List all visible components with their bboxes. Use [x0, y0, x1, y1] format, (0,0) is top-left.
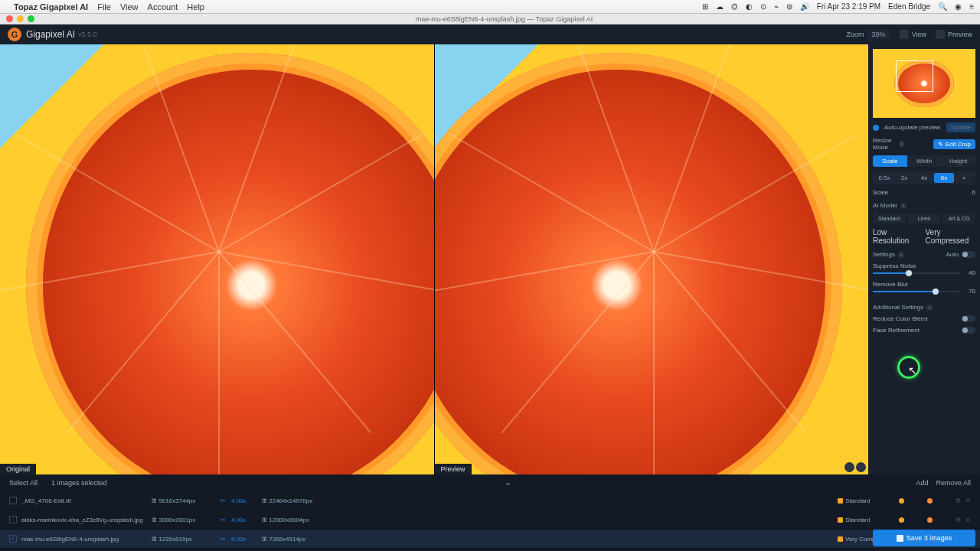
image-row[interactable]: _MG_4766-Edit.tif ⊞ 5616x3744px ✂ 4.00x … — [0, 491, 980, 510]
reduce-color-bleed-label: Reduce Color Bleed — [873, 315, 959, 322]
model-standard[interactable]: Standard — [873, 214, 906, 223]
factor-4x[interactable]: 4x — [914, 173, 934, 183]
crop-icon[interactable]: ✂ — [220, 517, 231, 523]
document-title: mae-mu-e6S8igEN6-4-unsplash.jpg — Topaz … — [416, 15, 593, 23]
row-checkbox[interactable]: ✓ — [9, 535, 17, 543]
tab-scale[interactable]: Scale — [873, 155, 907, 167]
status-icon: ⊞ — [702, 2, 708, 11]
face-refinement-switch[interactable] — [962, 327, 975, 334]
view-icon — [900, 30, 909, 39]
canvas-tool-icon[interactable] — [856, 462, 866, 472]
model-lowres[interactable]: Low Resolution — [873, 228, 923, 245]
row-checkbox[interactable] — [9, 516, 17, 523]
row-remove-icon[interactable]: ✕ — [965, 517, 971, 523]
edit-crop-button[interactable]: ✎ Edit Crop — [933, 139, 975, 149]
preview-control[interactable]: Preview — [936, 30, 972, 39]
wifi-icon[interactable]: ⊚ — [786, 2, 792, 11]
suppress-noise-value: 40 — [963, 269, 975, 276]
image-row[interactable]: ✓ mae-mu-e6S8igEN6-4-unsplash.jpg ⊞ 1228… — [0, 530, 980, 549]
add-button[interactable]: Add — [916, 479, 928, 487]
menu-account[interactable]: Account — [148, 2, 178, 11]
tab-height[interactable]: Height — [941, 155, 975, 167]
search-icon[interactable]: 🔍 — [938, 2, 947, 11]
row-filename: mae-mu-e6S8igEN6-4-unsplash.jpg — [21, 536, 152, 543]
scale-factors[interactable]: 0.5x 2x 4x 6x × — [873, 171, 975, 184]
model-artcg[interactable]: Art & CG — [942, 214, 975, 223]
row-settings-icon[interactable]: ⚙ — [956, 497, 961, 504]
crop-icon[interactable]: ✂ — [220, 536, 231, 543]
minimize-window-icon[interactable] — [17, 15, 24, 22]
row-remove-icon[interactable]: ✕ — [965, 497, 971, 504]
view-control[interactable]: View — [900, 30, 926, 39]
volume-icon[interactable]: 🔊 — [800, 2, 809, 11]
app-name: Gigapixel AI — [26, 29, 75, 40]
view-label: View — [912, 31, 926, 38]
row-settings-icon[interactable]: ⚙ — [956, 517, 961, 523]
info-icon[interactable]: i — [899, 141, 905, 147]
factor-custom[interactable]: × — [954, 173, 974, 183]
info-icon[interactable]: i — [900, 203, 906, 209]
row-checkbox[interactable] — [9, 497, 17, 504]
crop-icon[interactable]: ✂ — [220, 497, 231, 504]
info-icon[interactable]: i — [926, 305, 933, 311]
model-row2: Low Resolution Very Compressed — [873, 228, 975, 245]
mac-menubar: Topaz Gigapixel AI File View Account Hel… — [0, 0, 980, 14]
auto-update-toggle[interactable] — [873, 125, 879, 131]
zoom-control[interactable]: Zoom 39% — [847, 30, 890, 39]
resize-mode-label: Resize Mode — [873, 137, 896, 151]
auto-update-label: Auto-update preview — [884, 124, 943, 131]
collapse-chevron-icon[interactable]: ⌄ — [505, 478, 511, 487]
model-verycompressed[interactable]: Very Compressed — [926, 228, 976, 245]
suppress-noise-slider[interactable]: 40 — [873, 269, 975, 276]
tab-width[interactable]: Width — [907, 155, 942, 167]
image-row[interactable]: aleks-marinkovic-kha_zZ3c8Vg-unsplash.jp… — [0, 510, 980, 530]
factor-0.5x[interactable]: 0.5x — [874, 173, 894, 183]
comparison-canvas[interactable]: Original Preview — [0, 44, 868, 474]
select-all-button[interactable]: Select All — [9, 479, 38, 487]
disk-icon — [897, 535, 903, 542]
update-button[interactable]: Update — [946, 122, 975, 132]
remove-blur-value: 70 — [963, 288, 975, 295]
app-logo-icon: G — [8, 28, 21, 41]
factor-2x[interactable]: 2x — [894, 173, 914, 183]
navigator-roi[interactable] — [896, 60, 933, 92]
remove-blur-slider[interactable]: 70 — [873, 288, 975, 295]
model-lines[interactable]: Lines — [908, 214, 941, 223]
maximize-window-icon[interactable] — [28, 15, 34, 22]
navigator-thumbnail[interactable] — [873, 49, 975, 118]
settings-label: Settings — [873, 251, 895, 258]
original-badge: Original — [0, 464, 36, 474]
clock[interactable]: Fri Apr 23 2:19 PM — [817, 2, 880, 11]
status-icon: ◐ — [746, 2, 753, 11]
app-toolbar: G Gigapixel AI v5.5.0 Zoom 39% View Prev… — [0, 24, 980, 44]
preview-label: Preview — [948, 31, 972, 38]
scale-label: Scale — [873, 189, 969, 196]
app-version: v5.5.0 — [78, 31, 97, 38]
auto-switch[interactable] — [962, 251, 975, 258]
row-filename: aleks-marinkovic-kha_zZ3c8Vg-unsplash.jp… — [21, 517, 152, 523]
menu-help[interactable]: Help — [187, 2, 204, 11]
auto-label: Auto — [946, 251, 959, 258]
resize-mode-tabs[interactable]: Scale Width Height — [873, 155, 975, 167]
siri-icon[interactable]: ≡ — [969, 2, 974, 11]
selection-status: 1 images selected — [51, 479, 107, 487]
original-image — [0, 44, 434, 474]
canvas-tool-icon[interactable] — [844, 462, 854, 472]
user-name[interactable]: Eden Bridge — [888, 2, 930, 11]
window-titlebar: mae-mu-e6S8igEN6-4-unsplash.jpg — Topaz … — [0, 14, 980, 24]
ai-model-label: AI Model — [873, 202, 897, 209]
preview-badge: Preview — [435, 464, 472, 474]
control-center-icon[interactable]: ◉ — [955, 2, 962, 11]
save-images-button[interactable]: Save 3 images — [873, 530, 975, 546]
preview-image — [435, 44, 869, 474]
status-icon: ☁ — [716, 2, 724, 11]
factor-6x[interactable]: 6x — [934, 173, 954, 183]
info-icon[interactable]: i — [898, 252, 904, 258]
menu-file[interactable]: File — [97, 2, 111, 11]
menu-view[interactable]: View — [120, 2, 139, 11]
remove-all-button[interactable]: Remove All — [936, 479, 971, 487]
zoom-value[interactable]: 39% — [867, 30, 890, 39]
app-menu[interactable]: Topaz Gigapixel AI — [14, 2, 88, 11]
close-window-icon[interactable] — [6, 15, 13, 22]
reduce-color-bleed-switch[interactable] — [962, 315, 975, 322]
